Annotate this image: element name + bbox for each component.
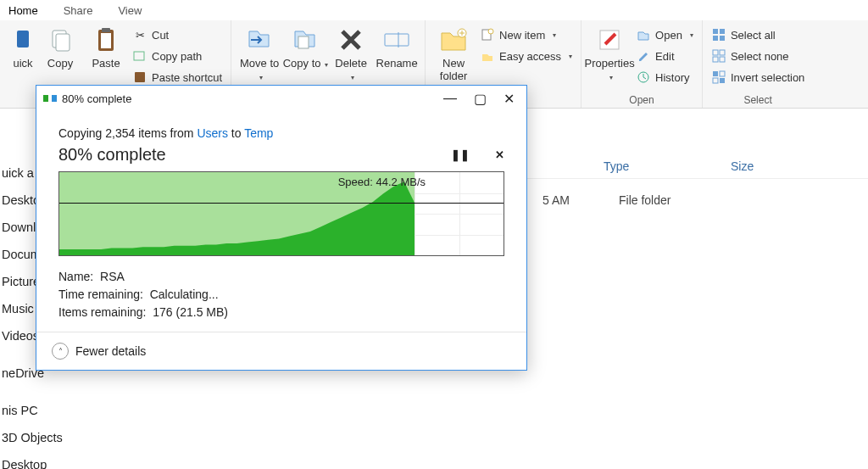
select-all-label: Select all [731, 29, 776, 42]
new-folder-label: New folder [431, 58, 476, 83]
delete-x-icon [336, 24, 366, 56]
dialog-body: Copying 2,354 items from Users to Temp 8… [36, 111, 526, 332]
sidebar-item[interactable]: 3D Objects [0, 424, 127, 451]
tab-home[interactable]: Home [8, 4, 38, 17]
select-none-button[interactable]: Select none [708, 47, 808, 65]
svg-rect-2 [56, 34, 70, 51]
svg-rect-16 [713, 29, 718, 34]
invert-selection-button[interactable]: Invert selection [708, 68, 808, 87]
move-to-button[interactable]: Move to▾ [236, 22, 282, 83]
svg-rect-23 [720, 57, 725, 62]
shortcut-icon [132, 70, 147, 85]
destination-link[interactable]: Temp [244, 126, 273, 140]
delete-button[interactable]: Delete▾ [328, 22, 374, 83]
copy-to-button[interactable]: Copy to▾ [282, 22, 328, 70]
dialog-titlebar[interactable]: 80% complete — ▢ ✕ [36, 86, 526, 111]
items-key: Items remaining: [58, 305, 146, 319]
copy-label: Copy [47, 58, 73, 70]
svg-rect-28 [43, 95, 48, 102]
fewer-details-label: Fewer details [75, 344, 146, 358]
svg-rect-4 [101, 33, 111, 48]
file-time: 5 AM [542, 193, 585, 207]
select-none-icon [711, 48, 726, 64]
cut-button[interactable]: ✂Cut [129, 25, 225, 44]
pin-icon [8, 24, 38, 56]
paste-shortcut-label: Paste shortcut [152, 71, 222, 84]
paste-button[interactable]: Paste [83, 22, 129, 70]
group-select-label: Select [708, 92, 808, 108]
cut-label: Cut [152, 29, 169, 42]
copy-icon [45, 24, 75, 56]
sidebar-item[interactable]: Desktop [0, 451, 127, 469]
file-row[interactable]: 5 AM File folder [593, 193, 670, 207]
select-none-label: Select none [731, 50, 789, 63]
move-to-label: Move to▾ [236, 58, 282, 83]
easy-access-label: Easy access [499, 50, 561, 63]
copy-to-label: Copy to▾ [283, 58, 328, 70]
caret-down-icon: ▾ [259, 74, 263, 81]
select-small-stack: Select all Select none Invert selection [708, 22, 808, 87]
new-item-label: New item [499, 29, 545, 42]
minimize-button[interactable]: — [435, 91, 465, 106]
items-value: 176 (21.5 MB) [153, 305, 228, 319]
new-folder-button[interactable]: New folder [431, 22, 476, 83]
history-button[interactable]: History [632, 68, 697, 87]
new-folder-icon [438, 24, 469, 56]
percent-line: 80% complete ❚❚ ✕ [58, 145, 504, 165]
quick-access-button[interactable]: uick [8, 22, 37, 70]
history-label: History [655, 71, 689, 84]
group-select: Select all Select none Invert selection … [703, 20, 813, 108]
svg-rect-29 [52, 95, 57, 102]
svg-rect-18 [713, 36, 718, 41]
clipboard-icon [91, 24, 121, 56]
easy-access-button[interactable]: Easy access▾ [476, 47, 576, 65]
open-button[interactable]: Open▾ [632, 25, 697, 44]
rename-icon [381, 24, 412, 56]
svg-rect-7 [135, 72, 145, 82]
svg-rect-27 [720, 78, 725, 83]
caret-down-icon: ▾ [325, 61, 328, 69]
easy-access-icon [480, 48, 495, 64]
fewer-details-toggle[interactable]: ˄ Fewer details [36, 332, 526, 370]
svg-rect-25 [720, 71, 725, 76]
col-type-header[interactable]: Type [593, 159, 721, 173]
graph-speedline-layer [59, 172, 504, 255]
svg-point-13 [488, 29, 493, 34]
invert-selection-label: Invert selection [731, 71, 804, 84]
cancel-button[interactable]: ✕ [495, 148, 504, 161]
new-item-button[interactable]: New item▾ [476, 25, 576, 44]
copy-details: Name: RSA Time remaining: Calculating...… [58, 268, 504, 321]
copy-path-label: Copy path [152, 50, 202, 63]
svg-rect-9 [385, 34, 409, 46]
rename-button[interactable]: Rename [374, 22, 420, 70]
open-icon [636, 27, 651, 42]
time-key: Time remaining: [58, 288, 143, 301]
source-link[interactable]: Users [197, 126, 228, 140]
chevron-up-icon: ˄ [52, 343, 69, 360]
copying-prefix: Copying 2,354 items from [58, 126, 197, 140]
history-icon [636, 70, 651, 85]
tab-share[interactable]: Share [64, 4, 93, 17]
svg-rect-19 [720, 36, 725, 41]
delete-label: Delete▾ [335, 58, 367, 83]
sidebar-item[interactable]: nis PC [0, 397, 127, 424]
svg-rect-5 [102, 28, 110, 32]
copy-status-line: Copying 2,354 items from Users to Temp [58, 126, 504, 140]
copy-button[interactable]: Copy [37, 22, 83, 70]
close-window-button[interactable]: ✕ [495, 91, 523, 107]
quick-access-label: uick [13, 58, 32, 70]
copy-progress-dialog: 80% complete — ▢ ✕ Copying 2,354 items f… [36, 85, 527, 371]
edit-button[interactable]: Edit [632, 47, 697, 65]
tab-view[interactable]: View [118, 4, 142, 17]
col-size-header[interactable]: Size [721, 159, 822, 173]
speed-label: Speed: 44.2 MB/s [338, 176, 426, 188]
name-key: Name: [58, 270, 93, 283]
maximize-button[interactable]: ▢ [465, 91, 495, 107]
transfer-icon [43, 93, 57, 103]
pause-button[interactable]: ❚❚ [451, 148, 470, 161]
time-value: Calculating... [150, 288, 219, 301]
properties-button[interactable]: Properties▾ [587, 22, 632, 83]
copy-path-button[interactable]: Copy path [129, 47, 225, 65]
select-all-button[interactable]: Select all [708, 25, 808, 44]
paste-shortcut-button[interactable]: Paste shortcut [129, 68, 225, 87]
